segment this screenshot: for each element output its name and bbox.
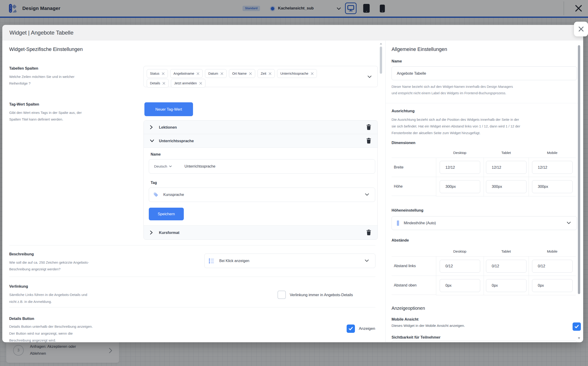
widget-name-label: Name <box>392 59 402 63</box>
chevron-down-icon <box>169 166 172 167</box>
remove-chip-icon[interactable] <box>162 72 165 75</box>
mobile-ansicht-title: Mobile Ansicht <box>392 317 418 321</box>
anzeigen-checkbox-label: Anzeigen <box>359 325 375 333</box>
column-chip[interactable]: Status <box>147 69 168 78</box>
hoeheneinstellung-select[interactable]: Mindesthöhe (Auto) <box>392 216 577 230</box>
breite-desktop-input[interactable]: 12/12 <box>440 161 480 174</box>
section-divider <box>9 245 375 245</box>
verlinkung-desc: Sämtliche Links führen in die Angebots-D… <box>9 291 87 305</box>
ruler-icon <box>396 220 400 226</box>
check-icon <box>349 327 353 331</box>
delete-trash-icon[interactable] <box>366 229 372 236</box>
sichtbarkeit-title: Sichtbarkeit für Teilnehmer <box>392 335 440 340</box>
row-label-abstand-links: Abstand links <box>392 256 436 275</box>
tag-value-editor: Name Deutsch Unterrichtssprache Tag Kurs… <box>144 148 378 226</box>
abstand-oben-desktop-input[interactable]: 0px <box>440 279 480 292</box>
chevron-down-icon <box>150 139 154 142</box>
col-header-mobile: Mobile <box>528 249 576 256</box>
abstand-oben-mobile-input[interactable]: 0px <box>532 279 573 292</box>
remove-chip-icon[interactable] <box>268 72 272 75</box>
left-pane-scrollbar[interactable] <box>380 43 382 341</box>
column-chip[interactable]: Details <box>147 79 169 88</box>
language-selector[interactable]: Deutsch <box>154 164 172 168</box>
hoehe-mobile-input[interactable]: 300px <box>532 180 573 193</box>
dimensionen-title: Dimensionen <box>392 141 416 145</box>
modal-title: Widget | Angebote Tabelle <box>9 25 74 41</box>
hoehe-desktop-input[interactable]: 300px <box>440 180 480 193</box>
anzeigeoptionen-title: Anzeigeoptionen <box>392 306 425 311</box>
verlinkung-title: Verlinkung <box>9 284 28 289</box>
verlinkung-checkbox[interactable] <box>277 291 286 299</box>
name-field-label: Name <box>151 152 161 157</box>
tag-value-accordion: Lektionen Unterrichtssprache Name Deutsc… <box>143 120 378 240</box>
accordion-row-unterrichtssprache[interactable]: Unterrichtssprache <box>144 134 378 148</box>
dimensionen-table: Desktop Tablet Mobile Breite 12/12 12/12… <box>392 151 576 196</box>
abstand-links-desktop-input[interactable]: 0/12 <box>440 260 480 273</box>
tag-select[interactable]: Kurssprache <box>149 188 375 202</box>
accordion-row-lektionen[interactable]: Lektionen <box>144 121 378 134</box>
right-pane-border <box>385 41 386 342</box>
right-pane-scrollbar[interactable] <box>578 43 581 341</box>
table-columns-multiselect[interactable]: Status Angebotname Datum Ort Name Zeit U… <box>143 66 378 87</box>
details-button-title: Details Button <box>9 317 34 321</box>
remove-chip-icon[interactable] <box>162 82 165 85</box>
beschreibung-title: Beschreibung <box>9 252 34 256</box>
column-chip[interactable]: Zeit <box>258 69 275 78</box>
chevron-down-icon <box>365 193 369 197</box>
abstaende-table: Desktop Tablet Mobile Abstand links 0/12… <box>392 249 576 295</box>
hoeheneinstellung-label: Höheneinstellung <box>392 208 423 213</box>
column-chip[interactable]: Ort Name <box>229 69 255 78</box>
column-chip[interactable]: Jetzt anmelden <box>171 79 205 88</box>
scrollbar-thumb[interactable] <box>380 46 382 74</box>
breite-tablet-input[interactable]: 12/12 <box>486 161 527 174</box>
tag-field-label: Tag <box>151 181 157 185</box>
row-label-breite: Breite <box>392 158 436 176</box>
tag-wert-title: Tag-Wert Spalten <box>9 102 39 107</box>
description-display-select[interactable]: Bei Klick anzeigen <box>204 253 375 268</box>
sichtbarkeit-select-partial[interactable] <box>392 341 577 342</box>
column-chip[interactable]: Unterrichtssprache <box>277 69 317 78</box>
description-select-value: Bei Klick anzeigen <box>219 259 249 263</box>
hoehe-tablet-input[interactable]: 300px <box>486 180 527 193</box>
remove-chip-icon[interactable] <box>249 72 252 75</box>
column-chip[interactable]: Datum <box>205 69 227 78</box>
hoeheneinstellung-value: Mindesthöhe (Auto) <box>404 221 436 225</box>
abstand-oben-tablet-input[interactable]: 0px <box>486 279 527 292</box>
chevron-down-icon <box>365 259 369 263</box>
modal-close-button[interactable] <box>574 22 588 36</box>
beschreibung-desc: Wie soll die auf ca. 250 Zeichen gekürzt… <box>9 259 89 272</box>
remove-chip-icon[interactable] <box>220 72 223 75</box>
widget-name-help: Dieser Name bezieht sich auf den Widget-… <box>392 84 513 96</box>
delete-trash-icon[interactable] <box>366 137 372 144</box>
tag-name-input[interactable]: Deutsch Unterrichtssprache <box>149 159 375 174</box>
scrollbar-thumb[interactable] <box>578 45 580 294</box>
tabellen-spalten-desc: Welche Zeilen möchten Sie und in welcher… <box>9 73 74 87</box>
column-chip[interactable]: Angebotname <box>170 69 203 78</box>
remove-chip-icon[interactable] <box>196 72 200 75</box>
remove-chip-icon[interactable] <box>199 82 202 85</box>
widget-settings-modal: Widget | Angebote Tabelle Widget-Spezifi… <box>2 25 583 342</box>
stage: Design Manager Standard Kachelansicht_su… <box>0 0 588 366</box>
delete-trash-icon[interactable] <box>366 124 372 130</box>
tag-name-value: Unterrichtssprache <box>185 164 215 168</box>
details-button-desc: Details Button unterhalb der Beschreibun… <box>9 323 93 342</box>
close-icon <box>578 26 584 32</box>
scroll-up-arrow[interactable] <box>380 43 382 45</box>
remove-chip-icon[interactable] <box>311 72 314 75</box>
abstand-links-mobile-input[interactable]: 0/12 <box>532 260 573 273</box>
chevron-down-icon[interactable] <box>368 75 372 79</box>
save-button[interactable]: Speichern <box>149 208 184 220</box>
new-tag-value-button[interactable]: Neuer Tag-Wert <box>144 102 193 116</box>
scroll-down-arrow[interactable] <box>578 337 580 339</box>
section-divider <box>9 307 375 307</box>
col-header-tablet: Tablet <box>484 249 528 256</box>
abstand-links-tablet-input[interactable]: 0/12 <box>486 260 527 273</box>
anzeigen-checkbox[interactable] <box>347 325 355 333</box>
row-label-hoehe: Höhe <box>392 177 436 196</box>
tag-icon <box>153 192 159 198</box>
widget-name-input[interactable]: Angebote Tabelle <box>392 66 577 80</box>
ausrichtung-title: Ausrichtung <box>392 109 415 113</box>
breite-mobile-input[interactable]: 12/12 <box>532 161 573 174</box>
col-header-mobile: Mobile <box>528 151 576 158</box>
accordion-row-kursformat[interactable]: Kursformat <box>144 226 378 239</box>
